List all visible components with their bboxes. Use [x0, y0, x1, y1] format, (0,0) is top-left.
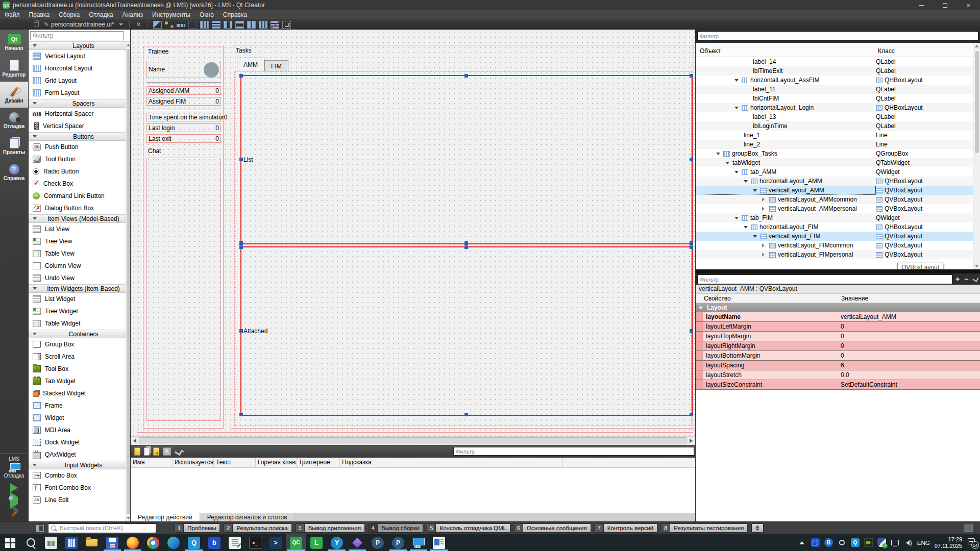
selection-handle[interactable]	[690, 158, 693, 161]
edit-buddies-icon[interactable]	[177, 24, 185, 27]
object-name-cell[interactable]: horizontalLayout_FIM	[696, 222, 876, 232]
output-pane-button[interactable]: 6Основные сообщения	[514, 523, 591, 533]
volume-icon[interactable]	[904, 538, 913, 547]
widget-box-scrollbar[interactable]	[126, 42, 130, 521]
object-tree-row[interactable]: horizontalLayout_FIMQHBoxLayout	[696, 222, 973, 232]
object-name-cell[interactable]: verticalLayout_AMM	[696, 186, 876, 195]
object-tree-row[interactable]: horizontalLayout_AssFIMQHBoxLayout	[696, 76, 973, 85]
scroll-right-icon[interactable]	[690, 439, 693, 443]
object-tree-row[interactable]: label_14QLabel	[696, 57, 973, 66]
selection-handle[interactable]	[690, 241, 693, 245]
widget-box-item[interactable]: Grid Layout	[29, 74, 130, 87]
output-pane-button[interactable]: 2Результаты поиска	[224, 523, 291, 533]
output-pane-expand-button[interactable]	[751, 523, 764, 533]
object-name-cell[interactable]: label_13	[696, 112, 876, 121]
object-name-cell[interactable]: groupBox_Tasks	[696, 149, 876, 158]
widget-box-item[interactable]: Scroll Area	[29, 350, 130, 363]
splitter-horizontal-icon[interactable]	[224, 21, 232, 29]
maximize-button[interactable]	[933, 0, 957, 10]
chevron-expanded-icon[interactable]	[725, 162, 732, 164]
scrollbar-thumb[interactable]	[139, 437, 687, 444]
mode-editor[interactable]: Редактор	[0, 56, 28, 82]
trainee-field-row[interactable]: Assigned AMM0	[146, 86, 221, 95]
trainee-field-row[interactable]: Time spent on the simulator0	[146, 113, 221, 121]
widget-category-header[interactable]: Containers	[29, 330, 130, 338]
selection-handle[interactable]	[464, 245, 468, 249]
object-tree-row[interactable]: horizontalLayout_LoginQHBoxLayout	[696, 103, 973, 112]
property-value[interactable]: verticalLayout_AMM	[838, 312, 980, 321]
object-tree-row[interactable]: verticalLayout_AMMcommonQVBoxLayout	[696, 195, 973, 204]
chevron-collapsed-icon[interactable]	[762, 207, 769, 211]
scroll-left-icon[interactable]	[133, 439, 136, 443]
property-value[interactable]: 0	[838, 341, 980, 350]
menubar-item[interactable]: Сборка	[54, 10, 84, 19]
chevron-expanded-icon[interactable]	[716, 153, 723, 155]
presentation-app[interactable]	[41, 534, 61, 551]
property-value[interactable]: 0	[838, 322, 980, 331]
property-row[interactable]: layoutSizeConstraintSetDefaultConstraint	[696, 380, 980, 390]
selection-handle[interactable]	[690, 74, 693, 78]
trainee-field-row[interactable]: Last login0	[146, 123, 221, 132]
widget-category-header[interactable]: Item Widgets (Item-Based)	[29, 284, 130, 293]
selection-handle[interactable]	[239, 158, 243, 161]
canvas-horizontal-scrollbar[interactable]	[131, 436, 695, 445]
object-name-cell[interactable]: lblTimeExit	[696, 66, 876, 76]
object-tree-row[interactable]: tabWidgetQTabWidget	[696, 158, 973, 167]
tab-fim[interactable]: FIM	[264, 60, 288, 71]
object-name-cell[interactable]: label_11	[696, 85, 876, 94]
bottom-tab[interactable]: Редактор сигналов и слотов	[200, 513, 295, 521]
object-name-cell[interactable]: verticalLayout_FIMcommon	[696, 241, 876, 250]
selection-handle[interactable]	[239, 245, 243, 249]
backup-app[interactable]	[102, 534, 122, 551]
widget-category-header[interactable]: Item Views (Model-Based)	[29, 214, 130, 223]
qt-creator[interactable]	[286, 534, 306, 551]
notification-center-icon[interactable]: 14	[967, 538, 977, 547]
action-column-header[interactable]: Текст	[214, 458, 256, 467]
property-value[interactable]: 6	[838, 361, 980, 370]
object-tree-row[interactable]: line_1Line	[696, 131, 973, 140]
layout-property-group[interactable]: Layout	[696, 303, 980, 312]
output-pane-button[interactable]: 7Контроль версий	[595, 523, 658, 533]
selected-layout-attached[interactable]: Attached	[240, 246, 693, 416]
object-name-cell[interactable]: line_2	[696, 140, 876, 149]
start-button[interactable]	[0, 534, 20, 551]
gem-app[interactable]	[347, 534, 368, 551]
widget-box-item[interactable]: Group Box	[29, 338, 130, 350]
scrollbar-thumb[interactable]	[975, 51, 979, 153]
object-name-cell[interactable]: verticalLayout_AMMcommon	[696, 195, 876, 204]
bluetooth-icon[interactable]	[824, 538, 833, 547]
tiles-app[interactable]	[429, 534, 449, 551]
run-button[interactable]	[10, 483, 18, 492]
action-column-header[interactable]: Используется	[173, 458, 214, 467]
widget-box-item[interactable]: Tab Widget	[29, 375, 130, 387]
bottom-tab[interactable]: Редактор действий	[131, 513, 200, 521]
chat-list-widget[interactable]	[146, 158, 221, 421]
widget-box-item[interactable]: Font Combo Box	[29, 482, 130, 494]
object-inspector-header[interactable]: Объект Класс	[696, 43, 973, 57]
widget-box-item[interactable]: Vertical Spacer	[29, 120, 130, 132]
menubar-item[interactable]: Анализ	[118, 10, 148, 19]
widget-box-item[interactable]: Table View	[29, 247, 130, 260]
name-field-row[interactable]: Name	[146, 61, 221, 78]
object-name-cell[interactable]: line_1	[696, 131, 876, 140]
object-tree-row[interactable]: line_2Line	[696, 140, 973, 149]
selection-handle[interactable]	[239, 74, 243, 78]
object-tree-row[interactable]: groupBox_TasksQGroupBox	[696, 149, 973, 158]
widget-box-item[interactable]: Form Layout	[29, 87, 130, 99]
chevron-expanded-icon[interactable]	[744, 180, 751, 183]
menubar-item[interactable]: Инструменты	[148, 10, 195, 19]
widget-box-filter-input[interactable]	[30, 31, 124, 40]
property-column-header[interactable]: Свойство	[704, 295, 731, 302]
mail-app[interactable]	[204, 534, 225, 551]
powershell[interactable]	[265, 534, 286, 551]
property-row[interactable]: layoutRightMargin0	[696, 341, 980, 351]
postgres-1[interactable]	[368, 534, 388, 551]
widget-box-item[interactable]: QAxWidget	[29, 448, 130, 461]
selection-handle[interactable]	[464, 241, 468, 245]
quick-search-input[interactable]	[48, 523, 156, 533]
property-row[interactable]: layoutTopMargin0	[696, 332, 980, 341]
calculator-app[interactable]	[61, 534, 82, 551]
chrome[interactable]	[143, 534, 163, 551]
chevron-collapsed-icon[interactable]	[762, 197, 769, 202]
action-column-header[interactable]: Горячая клавиш	[256, 458, 297, 467]
